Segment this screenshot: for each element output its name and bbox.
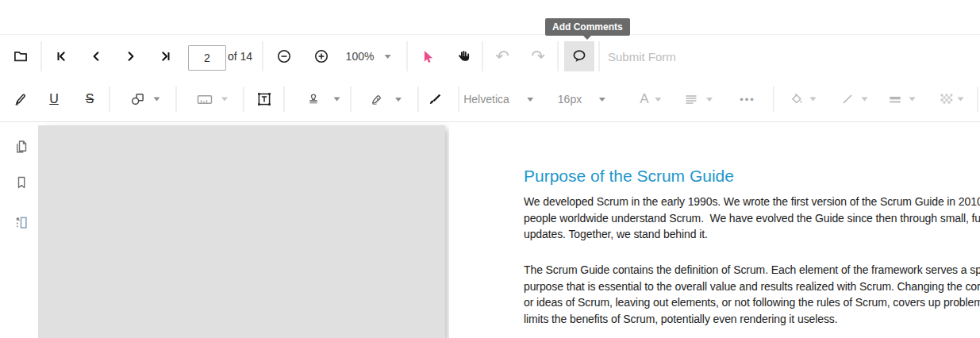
divider: [176, 86, 177, 112]
zoom-out-button[interactable]: [276, 48, 292, 64]
chevron-right-icon: [124, 49, 139, 64]
document-text-line: updates. Together, we stand behind it.: [524, 226, 980, 243]
chevron-down-icon: [862, 98, 868, 102]
previous-page-button[interactable]: [89, 49, 104, 64]
add-comments-tooltip: Add Comments: [545, 18, 630, 36]
zoom-level-dropdown[interactable]: 100%: [346, 50, 391, 63]
divider: [558, 41, 559, 71]
undo-icon: ↶: [495, 48, 509, 65]
highlight-tool-button[interactable]: [13, 91, 29, 107]
undo-button[interactable]: ↶: [495, 48, 509, 65]
divider: [351, 86, 352, 112]
zoom-out-icon: [276, 48, 292, 64]
page-number-input[interactable]: [188, 45, 226, 71]
select-tool-button[interactable]: [420, 49, 435, 64]
divider: [978, 86, 978, 112]
divider: [482, 41, 483, 71]
stroke-line-icon: [840, 92, 855, 107]
strikethrough-tool-button[interactable]: S: [86, 92, 94, 106]
chevron-down-icon: [527, 98, 533, 102]
document-paragraph: We developed Scrum in the early 1990s. W…: [524, 194, 980, 243]
document-text-line: The Scrum Guide contains the definition …: [524, 262, 980, 278]
chevron-down-icon: [599, 98, 605, 102]
add-comments-button[interactable]: [564, 41, 594, 71]
pan-tool-button[interactable]: [456, 48, 472, 64]
shapes-icon: [131, 92, 146, 107]
viewer-area: Purpose of the Scrum Guide We developed …: [0, 122, 980, 338]
outlines-panel-button[interactable]: [13, 175, 30, 191]
measurement-tool-dropdown[interactable]: [196, 92, 228, 107]
free-text-tool-button[interactable]: [256, 91, 272, 107]
layers-panel-button[interactable]: [13, 214, 30, 231]
chevron-down-icon: [154, 98, 160, 102]
zoom-in-button[interactable]: [313, 48, 329, 64]
bookmark-icon: [13, 175, 30, 191]
chevron-down-icon: [958, 98, 964, 102]
thumbnails-panel-button[interactable]: [13, 139, 30, 156]
layers-panel-icon: [13, 214, 30, 231]
divider: [110, 86, 110, 112]
align-lines-icon: [684, 92, 698, 106]
left-panel-toggle-button[interactable]: [13, 48, 29, 64]
chevron-down-icon: [655, 98, 662, 102]
submit-form-button[interactable]: Submit Form: [608, 50, 676, 63]
last-page-icon: [159, 49, 174, 64]
document-text-line: purpose that is essential to the overall…: [524, 278, 980, 295]
font-family-dropdown[interactable]: Helvetica: [463, 93, 533, 106]
stamp-tool-dropdown[interactable]: [306, 92, 340, 107]
divider: [599, 41, 600, 71]
divider: [459, 86, 459, 112]
document-text-line: people worldwide understand Scrum. We ha…: [524, 210, 980, 227]
hand-icon: [456, 48, 472, 64]
pen-icon: [13, 91, 29, 107]
thickness-bars-icon: [888, 92, 903, 107]
font-size-dropdown[interactable]: 16px: [558, 93, 605, 106]
signature-pen-icon: [370, 91, 386, 107]
annotation-toolbar: U S: [0, 77, 980, 122]
chevron-down-icon: [706, 98, 713, 102]
chevron-down-icon: [909, 98, 916, 102]
select-cursor-icon: [420, 49, 435, 64]
comment-bubble-icon: [571, 48, 587, 64]
font-size-value: 16px: [558, 93, 582, 106]
opacity-checkerboard-icon: [940, 93, 953, 106]
divider: [418, 86, 419, 112]
chevron-down-icon: [810, 98, 817, 102]
stroke-color-dropdown[interactable]: [840, 92, 868, 107]
font-family-value: Helvetica: [463, 93, 509, 106]
divider: [244, 86, 244, 112]
redo-button[interactable]: ↷: [531, 48, 545, 65]
paint-bucket-icon: [789, 92, 804, 107]
divider: [407, 41, 408, 71]
document-paragraph: The Scrum Guide contains the definition …: [524, 262, 980, 327]
document-text-line: or ideas of Scrum, leaving out elements,…: [524, 294, 980, 311]
more-options-button[interactable]: •••: [740, 94, 755, 106]
folder-icon: [13, 48, 29, 64]
tooltip-label: Add Comments: [552, 21, 623, 33]
text-color-dropdown[interactable]: A: [640, 91, 661, 107]
last-page-button[interactable]: [159, 49, 174, 64]
shapes-tool-dropdown[interactable]: [131, 92, 160, 107]
first-page-button[interactable]: [54, 49, 69, 64]
fill-color-dropdown[interactable]: [789, 92, 817, 107]
divider: [263, 41, 263, 71]
chevron-down-icon: [395, 98, 402, 102]
opacity-dropdown[interactable]: [940, 93, 964, 106]
line-thickness-dropdown[interactable]: [888, 92, 916, 107]
signature-tool-dropdown[interactable]: [370, 91, 402, 107]
next-page-button[interactable]: [124, 49, 139, 64]
page-placeholder: [38, 125, 445, 338]
brush-tool-button[interactable]: [427, 91, 443, 107]
text-align-dropdown[interactable]: [684, 92, 713, 106]
stamp-icon: [306, 92, 321, 107]
ruler-icon: [196, 92, 213, 107]
underline-tool-button[interactable]: U: [49, 92, 59, 106]
redo-icon: ↷: [531, 48, 545, 65]
free-text-icon: [256, 91, 272, 107]
brush-icon: [427, 91, 443, 107]
top-toolbar: of 14 100%: [0, 34, 980, 78]
zoom-in-icon: [313, 48, 329, 64]
divider: [284, 86, 285, 112]
text-color-icon: A: [640, 91, 648, 107]
chevron-down-icon: [221, 98, 228, 102]
